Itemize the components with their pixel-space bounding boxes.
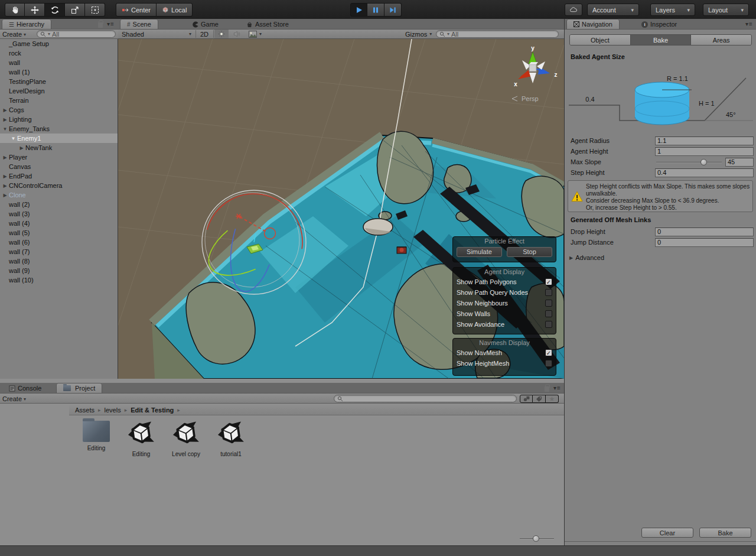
hierarchy-item-leveldesign[interactable]: LevelDesign (0, 86, 118, 96)
tab-asset-store[interactable]: Asset Store (239, 19, 296, 30)
scene-search-input[interactable]: ▾ All (436, 30, 559, 38)
hierarchy-item-wall-4[interactable]: wall (4) (0, 219, 118, 228)
breadcrumb-item-assets[interactable]: Assets (75, 407, 94, 414)
hierarchy-item-wall-6[interactable]: wall (6) (0, 238, 118, 247)
expander-right-icon[interactable]: ▶ (18, 145, 25, 151)
tab-project[interactable]: Project (56, 383, 102, 394)
favorites-star-button[interactable]: ★ (546, 395, 559, 403)
account-dropdown[interactable]: Account ▾ (587, 4, 639, 16)
layout-dropdown[interactable]: Layout ▾ (703, 4, 749, 16)
max-slope-slider[interactable] (655, 158, 723, 167)
hierarchy-item-newtank[interactable]: ▶NewTank (0, 143, 118, 152)
hierarchy-item-wall-9[interactable]: wall (9) (0, 266, 118, 275)
hierarchy-item-enemy-tanks[interactable]: ▼Enemy_Tanks (0, 124, 118, 134)
slider-knob[interactable] (533, 535, 539, 542)
slider-knob[interactable] (700, 159, 707, 165)
file-item-level-copy[interactable]: Level copy (165, 421, 207, 457)
stop-button[interactable]: Stop (507, 247, 552, 257)
checkbox-checked[interactable]: ✓ (545, 278, 552, 285)
expander-right-icon[interactable]: ▶ (1, 174, 9, 179)
file-item-editing[interactable]: Editing (75, 421, 118, 457)
checkbox-unchecked[interactable] (545, 310, 552, 317)
checkbox-unchecked[interactable] (545, 289, 552, 296)
pause-button[interactable] (367, 3, 384, 17)
file-item-editing[interactable]: Editing (120, 421, 162, 457)
hierarchy-item-wall[interactable]: wall (0, 58, 118, 67)
scale-tool-button[interactable] (65, 3, 85, 17)
move-tool-button[interactable] (25, 3, 45, 17)
hierarchy-item-wall-5[interactable]: wall (5) (0, 228, 118, 238)
project-search-input[interactable] (334, 395, 517, 402)
hierarchy-item-player[interactable]: ▶Player (0, 152, 118, 162)
overlay-option-show-avoidance[interactable]: Show Avoidance (453, 319, 556, 330)
file-item-tutorial1[interactable]: tutorial1 (210, 421, 252, 457)
play-button[interactable] (350, 3, 367, 17)
panel-menu-icon[interactable]: ▾≡ (107, 21, 115, 27)
scene-viewport[interactable]: y x z Persp Particle Effect Simulate Sto… (118, 39, 564, 379)
field-value-input[interactable]: 0.4 (655, 168, 754, 177)
field-value-input[interactable]: 1 (655, 147, 754, 156)
rotation-local-button[interactable]: Local (157, 3, 193, 17)
field-value-input[interactable]: 1.1 (655, 136, 754, 145)
overlay-option-show-navmesh[interactable]: Show NavMesh✓ (453, 347, 556, 358)
field-value-input[interactable]: 0 (655, 227, 754, 236)
draw-mode-dropdown[interactable]: Shaded ▾ (118, 30, 195, 38)
hand-tool-button[interactable] (5, 3, 25, 17)
overlay-option-show-walls[interactable]: Show Walls (453, 308, 556, 319)
hierarchy-item-cncontrolcamera[interactable]: ▶CNControlCamera (0, 181, 118, 190)
project-create-dropdown[interactable]: Create ▾ (2, 395, 26, 403)
overlay-option-show-neighbours[interactable]: Show Neighbours (453, 298, 556, 308)
expander-right-icon[interactable]: ▶ (1, 155, 9, 160)
expander-right-icon[interactable]: ▶ (1, 183, 9, 188)
hierarchy-item-terrain[interactable]: Terrain (0, 96, 118, 105)
cloud-services-button[interactable] (565, 4, 582, 16)
hierarchy-item-wall-3[interactable]: wall (3) (0, 209, 118, 219)
hierarchy-item-wall-1[interactable]: wall (1) (0, 67, 118, 77)
expander-right-icon[interactable]: ▶ (1, 108, 9, 113)
advanced-foldout[interactable]: ▶ Advanced (569, 254, 604, 261)
overlay-option-show-heightmesh[interactable]: Show HeightMesh (453, 358, 556, 369)
rect-tool-button[interactable] (85, 3, 105, 17)
tab-navigation[interactable]: Navigation (566, 19, 620, 30)
hierarchy-item-wall-2[interactable]: wall (2) (0, 200, 118, 209)
hierarchy-item-rock[interactable]: rock (0, 48, 118, 58)
hierarchy-item-lighting[interactable]: ▶Lighting (0, 115, 118, 124)
nav-mode-tab-bake[interactable]: Bake (630, 35, 691, 45)
nav-mode-tab-object[interactable]: Object (570, 35, 630, 45)
expander-down-icon[interactable]: ▼ (1, 126, 9, 132)
tab-scene[interactable]: # Scene (120, 19, 158, 30)
tab-inspector[interactable]: i Inspector (634, 19, 684, 30)
effects-dropdown-button[interactable]: ▾ (245, 30, 265, 38)
overlay-option-show-path-polygons[interactable]: Show Path Polygons✓ (453, 277, 556, 287)
checkbox-checked[interactable]: ✓ (545, 349, 552, 356)
checkbox-unchecked[interactable] (545, 321, 552, 328)
2d-toggle-button[interactable]: 2D (196, 30, 213, 38)
lock-icon[interactable] (545, 386, 549, 392)
checkbox-unchecked[interactable] (545, 360, 552, 367)
field-value-input[interactable]: 45 (725, 158, 754, 167)
hierarchy-item-enemy1[interactable]: ▼Enemy1 (0, 134, 118, 143)
hierarchy-item-wall-8[interactable]: wall (8) (0, 256, 118, 266)
hierarchy-item-endpad[interactable]: ▶EndPad (0, 171, 118, 181)
step-button[interactable] (384, 3, 402, 17)
rotate-tool-button[interactable] (45, 3, 65, 17)
hierarchy-item-canvas[interactable]: Canvas (0, 162, 118, 171)
overlay-option-show-path-query-nodes[interactable]: Show Path Query Nodes (453, 287, 556, 298)
hierarchy-item-wall-10[interactable]: wall (10) (0, 275, 118, 285)
simulate-button[interactable]: Simulate (457, 247, 502, 257)
tab-game[interactable]: Game (185, 19, 226, 30)
breadcrumb-item-edit-testing[interactable]: Edit & Testing (131, 407, 174, 414)
search-by-label-button[interactable] (533, 395, 546, 403)
gizmos-dropdown[interactable]: Gizmos ▾ (402, 30, 435, 38)
hierarchy-item-wall-7[interactable]: wall (7) (0, 247, 118, 256)
hierarchy-item-testingplane[interactable]: TestingPlane (0, 77, 118, 86)
hierarchy-item-game-setup[interactable]: _Game Setup (0, 39, 118, 48)
layers-dropdown[interactable]: Layers ▾ (650, 4, 695, 16)
thumbnail-zoom-slider[interactable] (519, 535, 555, 543)
panel-menu-icon[interactable]: ▾≡ (553, 385, 561, 391)
panel-menu-icon[interactable]: ▾≡ (745, 21, 753, 27)
expander-right-icon[interactable]: ▶ (1, 117, 9, 122)
expander-right-icon[interactable]: ▶ (1, 193, 9, 198)
tab-console[interactable]: Console (2, 383, 48, 394)
hierarchy-item-clone[interactable]: ▶Clone (0, 190, 118, 200)
